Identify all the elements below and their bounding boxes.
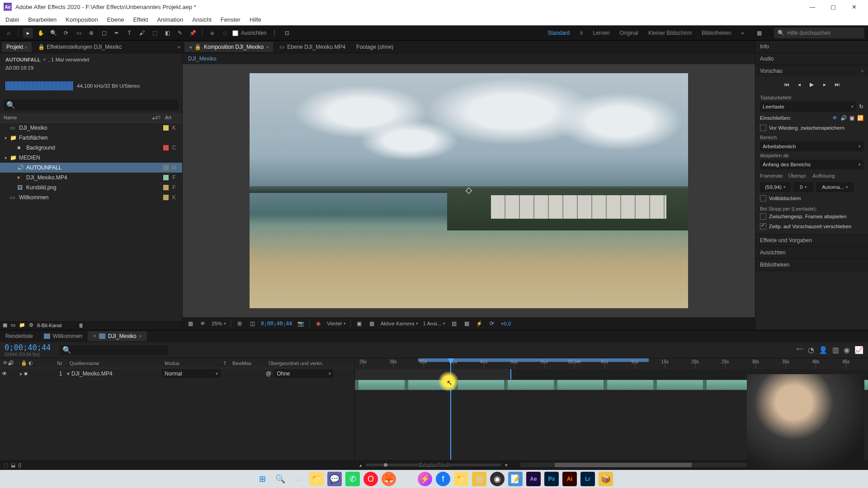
new-comp-icon[interactable]: ▭ [11,322,15,328]
workspace-kleiner[interactable]: Kleiner Bildschirm [648,30,692,36]
time-ruler[interactable]: 25s30s35s40s45s50s55s00:04f05s10s15s20s2… [355,358,868,369]
project-search[interactable]: 🔍 [4,99,179,110]
toggle-switches-icon[interactable]: ⬚ [4,462,8,468]
taskbar-ps-icon[interactable]: Ps [544,472,559,486]
tab-renderliste[interactable]: Renderliste [0,331,38,341]
workspace-grid-icon[interactable]: ▦ [754,28,764,38]
tab-projekt[interactable]: Projekt ≡ [2,42,32,52]
snap-opt-icon[interactable]: ⋮ [269,28,279,38]
draft3d-icon[interactable]: ▩ [462,319,471,328]
snapshot-icon[interactable]: 📷 [297,319,305,328]
taskbar-app-icon[interactable]: ⬚ [400,472,414,486]
camera-dropdown[interactable]: Aktive Kamera▾ [381,321,419,326]
taskbar-search-icon[interactable]: 🔍 [273,472,288,486]
menu-animation[interactable]: Animation [154,15,186,24]
new-folder-icon[interactable]: 📁 [19,322,25,328]
menu-ansicht[interactable]: Ansicht [189,15,214,24]
skip-input[interactable]: 0▾ [793,182,813,192]
project-item[interactable]: ▾ 📁 MEDIEN [0,153,182,163]
project-item[interactable]: ▭ DJI_Mexiko K [0,123,182,133]
resolution-input[interactable]: Automa...▾ [816,182,854,192]
fast-previews-icon[interactable]: ⚡ [475,319,483,328]
playfrom-select[interactable]: Anfang des Bereichs▾ [760,160,863,169]
clone-tool-icon[interactable]: ⬚ [150,28,160,38]
col-art[interactable]: Art [165,115,179,121]
taskbar-messenger-icon[interactable]: ⚡ [418,472,432,486]
trash-icon[interactable]: 🗑 [79,323,84,328]
taskbar-lr-icon[interactable]: Lr [580,472,595,486]
taskbar-facebook-icon[interactable]: f [436,472,450,486]
zoom-tool-icon[interactable]: 🔍 [48,28,58,38]
tab-komposition[interactable]: ◂ 🔒 Komposition DJI_Mexiko ≡ [184,42,273,52]
menu-komposition[interactable]: Komposition [63,15,101,24]
timeline-search[interactable]: 🔍 [60,345,168,355]
col-switches[interactable]: 🔒 ◐ [18,360,54,366]
refresh-icon[interactable]: ⟳ [488,319,496,328]
taskbar-ai-icon[interactable]: Ai [562,472,577,486]
visibility-icon[interactable]: 👁 [2,371,7,377]
3d-icon[interactable]: ▨ [450,319,458,328]
taskbar-explorer-icon[interactable]: 📁 [309,472,324,486]
draft3d-icon[interactable]: ◔ [808,346,814,354]
composition-viewer[interactable] [183,64,755,317]
views-dropdown[interactable]: 1 Ansi...▾ [423,321,445,326]
camera-tool-icon[interactable]: ▭ [74,28,84,38]
taskbar-folder-icon[interactable]: 📁 [454,472,468,486]
project-item[interactable]: ▭ Willkommen K [0,192,182,202]
workspace-lernen[interactable]: Lernen [593,30,609,36]
grid-icon[interactable]: ⊞ [236,319,244,328]
close-button[interactable]: ✕ [844,0,864,14]
project-item[interactable]: ▾ DJI_Mexiko.MP4 F [0,173,182,183]
region-icon[interactable]: ▣ [355,319,363,328]
col-t[interactable]: T [221,361,230,366]
roto-tool-icon[interactable]: ✎ [175,28,185,38]
range-select[interactable]: Arbeitsbereich▾ [760,141,863,151]
bbox-icon[interactable]: ⊡ [282,28,292,38]
panel-effekte[interactable]: Effekte und Vorgaben [755,235,868,246]
workspace-standard[interactable]: Standard [547,30,570,36]
include-overlay-icon[interactable]: ▣ [849,115,854,121]
tab-willkommen[interactable]: Willkommen [38,331,88,341]
panel-info[interactable]: Info [755,41,868,52]
last-frame-icon[interactable]: ⏭ [833,80,841,89]
fill-icon[interactable]: ◆ [207,28,217,38]
project-item[interactable]: ■ Background C [0,143,182,153]
taskbar-windows-icon[interactable]: ⊞ [255,472,269,486]
parent-select[interactable]: Ohne▾ [274,369,334,378]
viewer-timecode[interactable]: 0;00;40;44 [261,320,292,327]
tab-ebene[interactable]: ▭ Ebene DJI_Mexiko.MP4 [275,42,350,52]
back-icon[interactable]: ◂ [189,44,192,50]
rotate-tool-icon[interactable]: ⟳ [61,28,71,38]
prev-frame-icon[interactable]: ◂ [795,80,803,89]
panel-ausrichten[interactable]: Ausrichten [755,247,868,258]
twirl-icon[interactable]: ▸ [20,371,23,377]
menu-bearbeiten[interactable]: Bearbeiten [25,15,59,24]
next-frame-icon[interactable]: ▸ [821,80,829,89]
taskbar-app3-icon[interactable]: 📦 [599,472,613,486]
hand-tool-icon[interactable]: ✋ [36,28,46,38]
taskbar-app2-icon[interactable]: ▦ [472,472,486,486]
col-parent[interactable]: Übergeordnet und verkn. [266,361,334,366]
close-tab-icon[interactable]: × [93,333,96,339]
minimize-button[interactable]: — [802,0,823,14]
workspace-menu-icon[interactable]: ≡ [580,30,583,36]
color-mgmt-icon[interactable]: ◉ [314,319,322,328]
workspace-overflow-icon[interactable]: » [741,30,744,36]
channel-icon[interactable]: 👁 [199,319,207,328]
taskbar-obs-icon[interactable]: ◉ [490,472,505,486]
panel-overflow-icon[interactable]: » [177,44,180,50]
home-icon[interactable]: ⌂ [4,28,14,38]
snap-checkbox[interactable] [232,30,238,36]
exposure-value[interactable]: +0,0 [500,321,511,326]
col-nr[interactable]: Nr. [54,361,67,366]
col-av[interactable]: 👁🔊 [0,360,18,366]
panel-bibliotheken[interactable]: Bibliotheken [755,259,868,271]
taskbar-ae-icon[interactable]: Ae [526,472,541,486]
shy-icon[interactable]: 👤 [819,346,828,354]
taskbar-teams-icon[interactable]: 💬 [327,472,342,486]
col-mode[interactable]: Modus [162,361,221,366]
taskbar-taskview-icon[interactable]: ▭ [291,472,306,486]
tab-dji-mexiko[interactable]: × DJI_Mexiko ≡ [88,331,147,341]
current-time[interactable]: 0;00;40;44 [5,343,51,352]
shape-tool-icon[interactable]: ▢ [99,28,109,38]
